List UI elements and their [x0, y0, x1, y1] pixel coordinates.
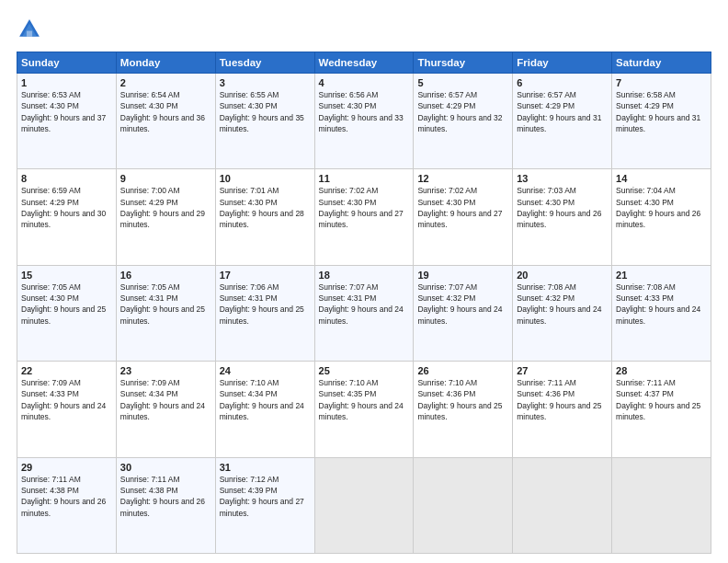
- day-number: 18: [319, 270, 410, 281]
- day-info: Sunrise: 6:56 AMSunset: 4:30 PMDaylight:…: [319, 89, 410, 134]
- calendar-cell: 11 Sunrise: 7:02 AMSunset: 4:30 PMDaylig…: [314, 169, 414, 265]
- calendar-cell: 29 Sunrise: 7:11 AMSunset: 4:38 PMDaylig…: [17, 457, 117, 553]
- day-info: Sunrise: 7:10 AMSunset: 4:34 PMDaylight:…: [220, 377, 311, 422]
- calendar-cell: 8 Sunrise: 6:59 AMSunset: 4:29 PMDayligh…: [17, 169, 117, 265]
- calendar-cell: 1 Sunrise: 6:53 AMSunset: 4:30 PMDayligh…: [17, 74, 117, 169]
- day-number: 19: [417, 270, 508, 281]
- calendar-cell: 20 Sunrise: 7:08 AMSunset: 4:32 PMDaylig…: [513, 265, 612, 361]
- calendar-cell: 31 Sunrise: 7:12 AMSunset: 4:39 PMDaylig…: [215, 457, 314, 553]
- calendar-cell: 7 Sunrise: 6:58 AMSunset: 4:29 PMDayligh…: [612, 74, 711, 169]
- calendar-table: SundayMondayTuesdayWednesdayThursdayFrid…: [17, 52, 711, 554]
- calendar-cell: 30 Sunrise: 7:11 AMSunset: 4:38 PMDaylig…: [116, 457, 215, 553]
- calendar-cell: 21 Sunrise: 7:08 AMSunset: 4:33 PMDaylig…: [612, 265, 711, 361]
- day-number: 7: [616, 77, 707, 88]
- weekday-header-monday: Monday: [116, 52, 215, 74]
- day-number: 29: [21, 462, 112, 473]
- calendar-cell: 19 Sunrise: 7:07 AMSunset: 4:32 PMDaylig…: [414, 265, 513, 361]
- day-info: Sunrise: 7:11 AMSunset: 4:36 PMDaylight:…: [517, 377, 608, 422]
- svg-rect-2: [27, 31, 32, 37]
- calendar-cell: 23 Sunrise: 7:09 AMSunset: 4:34 PMDaylig…: [116, 362, 215, 457]
- calendar-week-2: 8 Sunrise: 6:59 AMSunset: 4:29 PMDayligh…: [17, 169, 711, 265]
- day-info: Sunrise: 7:05 AMSunset: 4:30 PMDaylight:…: [21, 282, 112, 327]
- day-info: Sunrise: 7:08 AMSunset: 4:32 PMDaylight:…: [517, 282, 608, 327]
- day-number: 13: [517, 173, 608, 184]
- day-number: 1: [21, 77, 112, 88]
- calendar-cell: 10 Sunrise: 7:01 AMSunset: 4:30 PMDaylig…: [215, 169, 314, 265]
- day-info: Sunrise: 7:03 AMSunset: 4:30 PMDaylight:…: [517, 185, 608, 230]
- calendar-cell: 28 Sunrise: 7:11 AMSunset: 4:37 PMDaylig…: [612, 362, 711, 457]
- calendar-cell: 16 Sunrise: 7:05 AMSunset: 4:31 PMDaylig…: [116, 265, 215, 361]
- day-number: 23: [120, 365, 211, 376]
- calendar-cell: 3 Sunrise: 6:55 AMSunset: 4:30 PMDayligh…: [215, 74, 314, 169]
- calendar-cell: [513, 457, 612, 553]
- calendar-cell: 17 Sunrise: 7:06 AMSunset: 4:31 PMDaylig…: [215, 265, 314, 361]
- weekday-header-saturday: Saturday: [612, 52, 711, 74]
- page: SundayMondayTuesdayWednesdayThursdayFrid…: [0, 0, 728, 563]
- day-number: 22: [21, 365, 112, 376]
- day-info: Sunrise: 7:11 AMSunset: 4:37 PMDaylight:…: [616, 377, 707, 422]
- day-info: Sunrise: 6:54 AMSunset: 4:30 PMDaylight:…: [120, 89, 211, 134]
- calendar-cell: 2 Sunrise: 6:54 AMSunset: 4:30 PMDayligh…: [116, 74, 215, 169]
- weekday-header-friday: Friday: [513, 52, 612, 74]
- calendar-cell: 14 Sunrise: 7:04 AMSunset: 4:30 PMDaylig…: [612, 169, 711, 265]
- day-info: Sunrise: 6:58 AMSunset: 4:29 PMDaylight:…: [616, 89, 707, 134]
- weekday-header-thursday: Thursday: [414, 52, 513, 74]
- day-number: 9: [120, 173, 211, 184]
- weekday-header-wednesday: Wednesday: [314, 52, 414, 74]
- day-number: 25: [319, 365, 410, 376]
- calendar-cell: 4 Sunrise: 6:56 AMSunset: 4:30 PMDayligh…: [314, 74, 414, 169]
- day-number: 14: [616, 173, 707, 184]
- day-info: Sunrise: 7:07 AMSunset: 4:31 PMDaylight:…: [319, 282, 410, 327]
- day-info: Sunrise: 7:12 AMSunset: 4:39 PMDaylight:…: [220, 474, 311, 519]
- logo: [17, 17, 46, 42]
- calendar-cell: 18 Sunrise: 7:07 AMSunset: 4:31 PMDaylig…: [314, 265, 414, 361]
- day-number: 11: [319, 173, 410, 184]
- day-info: Sunrise: 7:07 AMSunset: 4:32 PMDaylight:…: [417, 282, 508, 327]
- day-number: 5: [417, 77, 508, 88]
- day-info: Sunrise: 7:01 AMSunset: 4:30 PMDaylight:…: [220, 185, 311, 230]
- day-number: 20: [517, 270, 608, 281]
- day-number: 24: [220, 365, 311, 376]
- calendar-week-3: 15 Sunrise: 7:05 AMSunset: 4:30 PMDaylig…: [17, 265, 711, 361]
- day-number: 10: [220, 173, 311, 184]
- day-info: Sunrise: 6:55 AMSunset: 4:30 PMDaylight:…: [220, 89, 311, 134]
- day-info: Sunrise: 6:59 AMSunset: 4:29 PMDaylight:…: [21, 185, 112, 230]
- day-info: Sunrise: 7:11 AMSunset: 4:38 PMDaylight:…: [21, 474, 112, 519]
- day-number: 27: [517, 365, 608, 376]
- calendar-cell: [414, 457, 513, 553]
- day-number: 3: [220, 77, 311, 88]
- day-number: 26: [417, 365, 508, 376]
- calendar-cell: 9 Sunrise: 7:00 AMSunset: 4:29 PMDayligh…: [116, 169, 215, 265]
- day-info: Sunrise: 6:53 AMSunset: 4:30 PMDaylight:…: [21, 89, 112, 134]
- day-info: Sunrise: 6:57 AMSunset: 4:29 PMDaylight:…: [417, 89, 508, 134]
- calendar-cell: [612, 457, 711, 553]
- day-number: 2: [120, 77, 211, 88]
- day-info: Sunrise: 7:10 AMSunset: 4:36 PMDaylight:…: [417, 377, 508, 422]
- day-info: Sunrise: 7:09 AMSunset: 4:33 PMDaylight:…: [21, 377, 112, 422]
- day-info: Sunrise: 7:00 AMSunset: 4:29 PMDaylight:…: [120, 185, 211, 230]
- calendar-cell: [314, 457, 414, 553]
- day-number: 28: [616, 365, 707, 376]
- day-number: 6: [517, 77, 608, 88]
- header: [17, 17, 711, 42]
- calendar-cell: 6 Sunrise: 6:57 AMSunset: 4:29 PMDayligh…: [513, 74, 612, 169]
- day-info: Sunrise: 7:02 AMSunset: 4:30 PMDaylight:…: [319, 185, 410, 230]
- day-info: Sunrise: 7:06 AMSunset: 4:31 PMDaylight:…: [220, 282, 311, 327]
- day-number: 31: [220, 462, 311, 473]
- day-number: 16: [120, 270, 211, 281]
- day-number: 21: [616, 270, 707, 281]
- day-number: 30: [120, 462, 211, 473]
- weekday-header-sunday: Sunday: [17, 52, 117, 74]
- calendar-cell: 15 Sunrise: 7:05 AMSunset: 4:30 PMDaylig…: [17, 265, 117, 361]
- day-info: Sunrise: 6:57 AMSunset: 4:29 PMDaylight:…: [517, 89, 608, 134]
- day-info: Sunrise: 7:09 AMSunset: 4:34 PMDaylight:…: [120, 377, 211, 422]
- day-number: 8: [21, 173, 112, 184]
- calendar-cell: 13 Sunrise: 7:03 AMSunset: 4:30 PMDaylig…: [513, 169, 612, 265]
- day-number: 4: [319, 77, 410, 88]
- calendar-cell: 26 Sunrise: 7:10 AMSunset: 4:36 PMDaylig…: [414, 362, 513, 457]
- calendar-week-5: 29 Sunrise: 7:11 AMSunset: 4:38 PMDaylig…: [17, 457, 711, 553]
- calendar-cell: 22 Sunrise: 7:09 AMSunset: 4:33 PMDaylig…: [17, 362, 117, 457]
- calendar-cell: 5 Sunrise: 6:57 AMSunset: 4:29 PMDayligh…: [414, 74, 513, 169]
- calendar-cell: 27 Sunrise: 7:11 AMSunset: 4:36 PMDaylig…: [513, 362, 612, 457]
- weekday-header-tuesday: Tuesday: [215, 52, 314, 74]
